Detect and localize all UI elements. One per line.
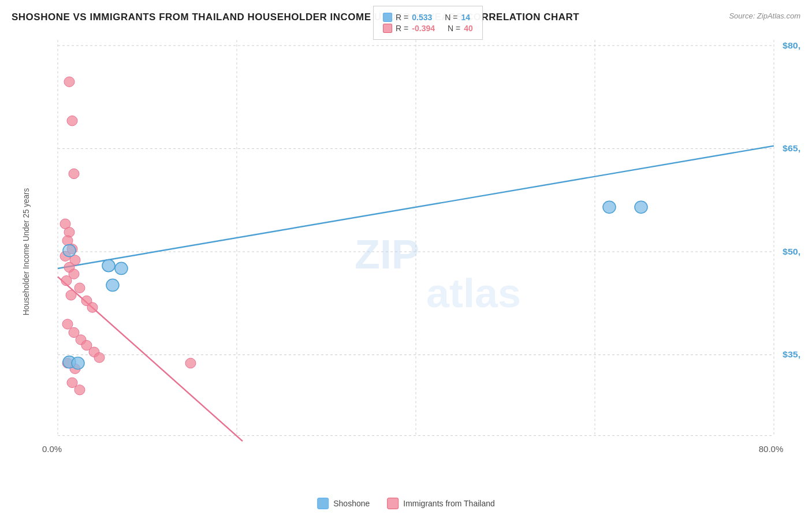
blue-dot xyxy=(635,201,647,213)
y-label-50k: $50,000 xyxy=(783,247,800,256)
x-label-80: 80.0% xyxy=(759,445,783,454)
watermark-atlas: atlas xyxy=(426,271,521,316)
pink-dot xyxy=(69,169,79,178)
source-text: Source: ZipAtlas.com xyxy=(729,12,800,20)
legend-shoshone-color xyxy=(317,498,329,509)
blue-dot xyxy=(72,357,84,369)
legend-row-blue: R = 0.533 N = 14 xyxy=(383,13,473,22)
blue-dot xyxy=(102,260,115,272)
pink-dot xyxy=(64,77,75,87)
pink-dot xyxy=(75,385,85,395)
legend-shoshone: Shoshone xyxy=(317,498,370,509)
pink-dot xyxy=(62,319,73,329)
y-label-80k: $80,000 xyxy=(783,40,800,50)
legend-blue-r-label: R = xyxy=(396,13,408,22)
pink-dot xyxy=(66,290,76,300)
legend-blue-r-value: 0.533 xyxy=(412,13,432,22)
y-axis-title: Householder Income Under 25 years xyxy=(22,188,31,316)
legend-thailand-label: Immigrants from Thailand xyxy=(403,499,494,508)
pink-dot xyxy=(61,275,72,285)
blue-dot xyxy=(63,244,76,256)
legend-color-blue xyxy=(383,13,392,22)
chart-container: SHOSHONE VS IMMIGRANTS FROM THAILAND HOU… xyxy=(0,0,812,515)
bottom-legend: Shoshone Immigrants from Thailand xyxy=(317,498,495,509)
pink-dot xyxy=(185,358,196,368)
y-label-35k: $35,000 xyxy=(783,350,800,360)
blue-dot xyxy=(603,201,616,213)
blue-dot xyxy=(106,279,119,291)
pink-dot xyxy=(67,116,77,126)
legend-blue-n-value: 14 xyxy=(461,13,471,22)
legend-blue-n-label: N = xyxy=(445,13,457,22)
watermark-zip: ZIP xyxy=(355,232,419,277)
legend-thailand: Immigrants from Thailand xyxy=(387,498,494,509)
x-label-0: 0.0% xyxy=(42,445,62,454)
scatter-chart: $80,000 $65,000 $50,000 $35,000 0.0% 80.… xyxy=(12,29,800,475)
pink-dot xyxy=(94,353,105,363)
pink-dot xyxy=(75,283,85,293)
legend-thailand-color xyxy=(387,498,398,509)
pink-dot xyxy=(87,303,98,312)
blue-dot xyxy=(115,262,128,274)
chart-area: $80,000 $65,000 $50,000 $35,000 0.0% 80.… xyxy=(12,29,800,475)
y-label-65k: $65,000 xyxy=(783,144,800,154)
legend-shoshone-label: Shoshone xyxy=(333,499,370,508)
